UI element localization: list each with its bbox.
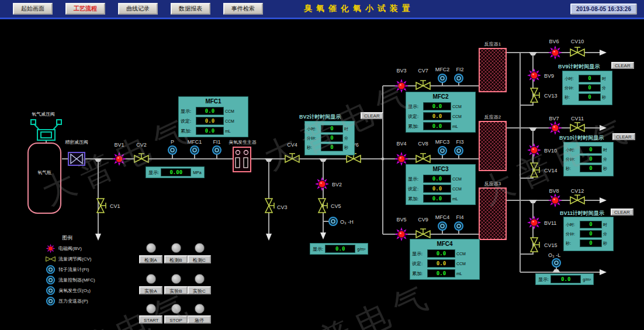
- row-unit: CCM: [452, 114, 462, 119]
- flow-meter-fi4[interactable]: [455, 222, 463, 230]
- oxygen-tank: [28, 143, 61, 213]
- nav-button-process[interactable]: 工艺流程: [65, 3, 105, 15]
- nav-button-home[interactable]: 起始画面: [13, 3, 53, 15]
- detect-c-button[interactable]: 检测C: [188, 255, 211, 263]
- flow-controller-mfc1[interactable]: [191, 146, 199, 154]
- mfc1-panel: MFC1 显示:0.0CCM 设定:0.0CCM 累加:0.0mL: [178, 96, 248, 137]
- flow-controller-mfc3[interactable]: [438, 147, 446, 155]
- valve-cv12[interactable]: [570, 195, 584, 204]
- mfc2-panel: MFC2 显示:0.0CCM 设定:0.0CCM 累加:0.0mL: [406, 92, 476, 133]
- row-unit: CCM: [456, 252, 466, 256]
- bv9-seconds-value: 0: [579, 93, 601, 101]
- row-unit: CCM: [225, 119, 234, 123]
- valve-cv11[interactable]: [570, 123, 584, 131]
- experiment-c-button[interactable]: 实验C: [188, 286, 211, 294]
- valve-cv4[interactable]: [285, 154, 299, 162]
- valve-bv1[interactable]: [112, 152, 126, 166]
- control-valve-icon: [46, 254, 56, 264]
- display-label: 显示:: [148, 169, 159, 176]
- label-cv3: CV3: [277, 204, 288, 210]
- valve-cv7[interactable]: [416, 81, 430, 89]
- stop-button[interactable]: STOP: [164, 315, 188, 324]
- outlet-arrow-down: [95, 234, 101, 241]
- ozone-sensor-low[interactable]: [552, 259, 560, 267]
- estop-button[interactable]: 急停: [188, 315, 211, 324]
- legend-item: 流量调节阀(CV): [46, 253, 95, 264]
- pressure-transmitter-p[interactable]: [168, 146, 176, 154]
- row-label: 小时:: [307, 126, 321, 132]
- valve-bv8[interactable]: [548, 193, 562, 207]
- valve-cv15[interactable]: [531, 238, 539, 252]
- ozone-sensor-high[interactable]: [329, 217, 337, 225]
- label-tank-valve: 氧气减压阀: [32, 112, 55, 117]
- nav-button-reports[interactable]: 数据报表: [171, 3, 210, 15]
- row-unit: mL: [452, 197, 458, 201]
- valve-cv5[interactable]: [318, 199, 327, 213]
- mfc4-setpoint-input[interactable]: 0.0: [427, 259, 455, 268]
- flow-controller-mfc2[interactable]: [438, 74, 446, 82]
- nav-button-events[interactable]: 事件检索: [223, 3, 263, 15]
- valve-bv10[interactable]: [527, 143, 541, 157]
- bv2-timer-clear-button[interactable]: CLEAR: [361, 112, 383, 119]
- label-cv15: CV15: [544, 242, 558, 248]
- mfc1-setpoint-input[interactable]: 0.0: [196, 117, 224, 125]
- valve-cv10[interactable]: [570, 47, 584, 56]
- valve-bv11[interactable]: [527, 216, 541, 230]
- row-label: 秒:: [566, 166, 580, 172]
- lamp-start: [146, 304, 156, 314]
- valve-cv9[interactable]: [416, 229, 430, 238]
- flow-controller-mfc4[interactable]: [438, 222, 446, 230]
- valve-cv2[interactable]: [134, 154, 148, 162]
- flow-meter-fi2[interactable]: [455, 74, 463, 82]
- valve-cv8[interactable]: [416, 154, 430, 162]
- label-bv11: BV11: [544, 220, 556, 226]
- display-unit: g/m³: [357, 247, 365, 251]
- bv2-timer-title: BV2计时时间显示: [299, 113, 341, 121]
- bv9-timer-clear-button[interactable]: CLEAR: [611, 62, 634, 69]
- detect-a-button[interactable]: 检测A: [139, 255, 162, 263]
- row-label: 设定:: [408, 113, 423, 120]
- start-button[interactable]: START: [139, 315, 162, 324]
- bv11-timer-clear-button[interactable]: CLEAR: [611, 209, 633, 216]
- nav-button-curves[interactable]: 曲线记录: [118, 3, 158, 15]
- display-unit: g/m³: [583, 277, 591, 282]
- row-unit: 时: [603, 222, 607, 228]
- valve-bv6[interactable]: [548, 46, 562, 60]
- label-cv2: CV2: [136, 142, 147, 148]
- bv9-minutes-value: 0: [579, 84, 601, 92]
- mfc4-display-value: 0.0: [427, 249, 455, 258]
- label-bv1: BV1: [114, 142, 124, 148]
- bv10-timer-clear-button[interactable]: CLEAR: [612, 133, 635, 140]
- flow-meter-fi1[interactable]: [213, 146, 221, 154]
- valve-bv9[interactable]: [527, 68, 541, 82]
- ozone-low-value: 0.0: [550, 275, 581, 283]
- mfc3-setpoint-input[interactable]: 0.0: [423, 185, 451, 193]
- valve-bv7[interactable]: [548, 121, 562, 135]
- bv11-hours-value: 0: [580, 221, 602, 228]
- detect-b-button[interactable]: 检测B: [164, 255, 188, 263]
- flow-meter-fi3[interactable]: [455, 147, 463, 155]
- reactor-2: [479, 121, 506, 171]
- valve-bv5[interactable]: [394, 227, 408, 241]
- mfc2-total-value: 0.0: [423, 122, 451, 130]
- valve-cv14[interactable]: [531, 163, 539, 177]
- row-unit: 秒: [344, 145, 348, 151]
- mfc2-setpoint-input[interactable]: 0.0: [423, 112, 451, 120]
- mfc2-panel-title: MFC2: [408, 93, 473, 100]
- label-fi4: FI4: [456, 214, 463, 220]
- row-unit: 分: [603, 231, 607, 237]
- pressure-display: 显示: 0.00 MPa: [146, 166, 205, 178]
- valve-cv13[interactable]: [531, 88, 539, 102]
- label-cv10: CV10: [571, 39, 584, 44]
- row-unit: mL: [452, 124, 458, 128]
- label-o3-high: O₃ -H: [340, 219, 354, 225]
- valve-bv3[interactable]: [394, 79, 408, 93]
- label-cv7: CV7: [418, 68, 428, 74]
- mfc4-panel: MFC4 显示:0.0CCM 设定:0.0CCM 累加:0.0mL: [410, 239, 480, 280]
- experiment-a-button[interactable]: 实验A: [139, 286, 162, 294]
- precision-reducer-valve[interactable]: [68, 152, 85, 165]
- experiment-b-button[interactable]: 实验B: [164, 286, 188, 294]
- valve-cv3[interactable]: [265, 199, 274, 213]
- label-bv3: BV3: [396, 68, 406, 74]
- valve-bv2[interactable]: [315, 177, 329, 191]
